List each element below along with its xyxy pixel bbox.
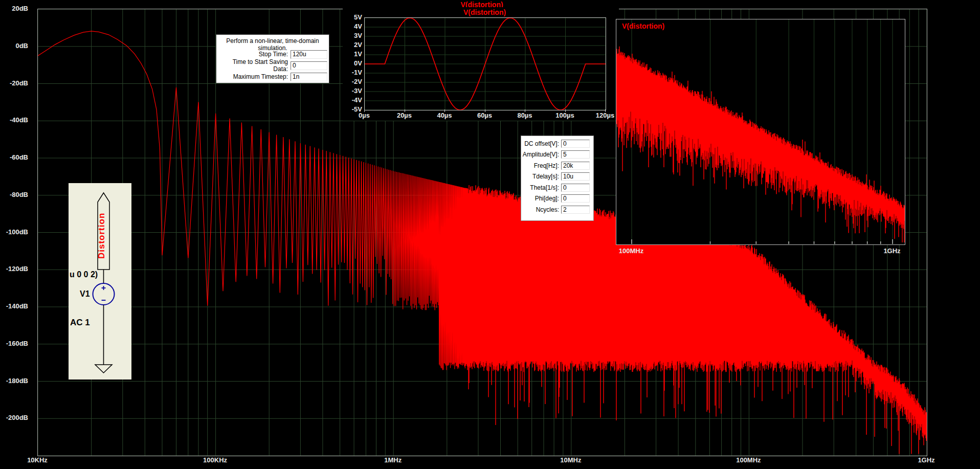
schematic-view[interactable]: Distortion u 0 0 2) V1 AC 1 (69, 183, 131, 379)
y-tick-label: -2V (343, 78, 362, 85)
field-row: Theta[1/s]:0 (521, 182, 593, 193)
field-input[interactable]: 2 (561, 206, 590, 214)
main-x-axis[interactable]: 10KHz100KHz1MHz10MHz100MHz1GHz (0, 456, 980, 466)
fft-zoom-plot-pane[interactable] (616, 19, 905, 245)
x-tick-label: 100MHz (608, 247, 654, 255)
transient-inset-window: V(distortion) 5V4V3V2V1V0V-1V-2V-3V-4V-5… (343, 7, 619, 121)
x-tick-label: 20µs (389, 111, 420, 119)
y-tick-label: -180dB (0, 377, 28, 385)
simulation-command-dialog: Perform a non-linear, time-domain simula… (216, 34, 329, 83)
y-tick-label: -140dB (0, 302, 28, 310)
x-tick-label: 60µs (470, 111, 500, 119)
field-label: Phi[deg]: (521, 195, 559, 202)
ltspice-window: { "colors":{ "trace_red":"#ff0000", "gri… (0, 0, 980, 469)
y-tick-label: -120dB (0, 265, 28, 273)
field-input[interactable]: 5 (561, 150, 590, 159)
field-input[interactable]: 20k (561, 162, 590, 170)
field-input[interactable]: 120u (291, 50, 327, 59)
fft-zoom-plot-title: V(distortion) (622, 22, 664, 30)
y-tick-label: 4V (343, 23, 362, 30)
fft-zoom-trace (616, 47, 905, 242)
y-tick-label: -100dB (0, 228, 28, 236)
axis-tick (525, 109, 525, 112)
x-tick-label: 100MHz (728, 456, 769, 464)
y-tick-label: -40dB (0, 116, 28, 124)
y-tick-label: 20dB (0, 5, 28, 12)
y-tick-label: 1V (343, 50, 362, 58)
source-params-fields: DC offset[V]:0Amplitude[V]:5Freq[Hz]:20k… (521, 138, 593, 215)
field-label: Theta[1/s]: (521, 184, 559, 191)
component-ref-v1[interactable]: V1 (80, 289, 90, 299)
field-input[interactable]: 0 (291, 61, 327, 70)
field-label: Freq[Hz]: (521, 162, 559, 169)
x-tick-label: 80µs (509, 111, 540, 119)
field-row: DC offset[V]:0 (521, 138, 593, 149)
y-tick-label: 0dB (0, 42, 28, 50)
field-label: Stop Time: (216, 51, 288, 58)
y-tick-label: 5V (343, 13, 362, 21)
field-label: Time to Start Saving Data: (216, 58, 288, 73)
x-tick-label: 100KHz (195, 456, 236, 464)
x-tick-label: 100µs (550, 111, 581, 119)
sine-params-text: u 0 0 2) (70, 270, 98, 279)
axis-tick (565, 109, 566, 112)
field-label: DC offset[V]: (521, 140, 559, 147)
x-tick-label: 1GHz (869, 247, 915, 255)
field-row: Ncycles:2 (521, 204, 593, 215)
fft-zoom-ticks (632, 239, 893, 244)
y-tick-label: 3V (343, 32, 362, 39)
y-tick-label: -3V (343, 87, 362, 95)
fft-zoom-inset-window: V(distortion) 100MHz1GHz (612, 15, 919, 260)
x-tick-label: 0µs (349, 111, 380, 119)
axis-tick (364, 109, 365, 112)
field-input[interactable]: 1n (291, 73, 327, 81)
y-tick-label: -4V (343, 96, 362, 104)
y-tick-label: -80dB (0, 191, 28, 198)
y-tick-label: 0V (343, 59, 362, 67)
field-input[interactable]: 10u (561, 172, 590, 181)
x-tick-label: 1GHz (906, 456, 947, 464)
x-tick-label: 10KHz (17, 456, 58, 464)
y-tick-label: -60dB (0, 153, 28, 161)
axis-tick (485, 109, 485, 112)
field-row: Phi[deg]:0 (521, 193, 593, 205)
field-row: Amplitude[V]:5 (521, 149, 593, 161)
axis-tick (605, 109, 606, 112)
field-row: Time to Start Saving Data:0 (216, 60, 329, 71)
y-tick-label: -200dB (0, 414, 28, 421)
x-tick-label: 10MHz (550, 456, 591, 464)
field-label: Ncycles: (521, 206, 559, 213)
transient-plot-title: V(distortion) (364, 8, 605, 16)
main-y-axis[interactable]: 20dB0dB-20dB-40dB-60dB-80dB-100dB-120dB-… (0, 0, 32, 469)
x-tick-label: 40µs (429, 111, 460, 119)
field-row: Maximum Timestep:1n (216, 71, 329, 82)
sim-note-fields: Stop Time:120uTime to Start Saving Data:… (216, 49, 329, 82)
field-label: Maximum Timestep: (216, 73, 288, 80)
field-input[interactable]: 0 (561, 184, 590, 192)
y-tick-label: 2V (343, 41, 362, 49)
ground-symbol[interactable] (95, 365, 112, 373)
transient-plot-pane[interactable] (364, 17, 606, 110)
axis-tick (444, 109, 445, 112)
axis-tick (405, 109, 405, 112)
field-label: Amplitude[V]: (521, 151, 559, 158)
net-label-distortion[interactable]: Distortion (97, 203, 110, 269)
y-tick-label: -1V (343, 69, 362, 76)
field-input[interactable]: 0 (561, 194, 590, 203)
field-label: Tdelay[s]: (521, 173, 559, 180)
y-tick-label: -20dB (0, 79, 28, 87)
fft-zoom-canvas (616, 19, 905, 244)
y-tick-label: -160dB (0, 340, 28, 347)
transient-canvas (365, 18, 606, 110)
x-tick-label: 1MHz (372, 456, 413, 464)
source-params-dialog: DC offset[V]:0Amplitude[V]:5Freq[Hz]:20k… (521, 136, 594, 221)
field-row: Tdelay[s]:10u (521, 171, 593, 183)
field-input[interactable]: 0 (561, 140, 590, 148)
field-row: Freq[Hz]:20k (521, 160, 593, 171)
ac-spec-text: AC 1 (70, 318, 90, 328)
